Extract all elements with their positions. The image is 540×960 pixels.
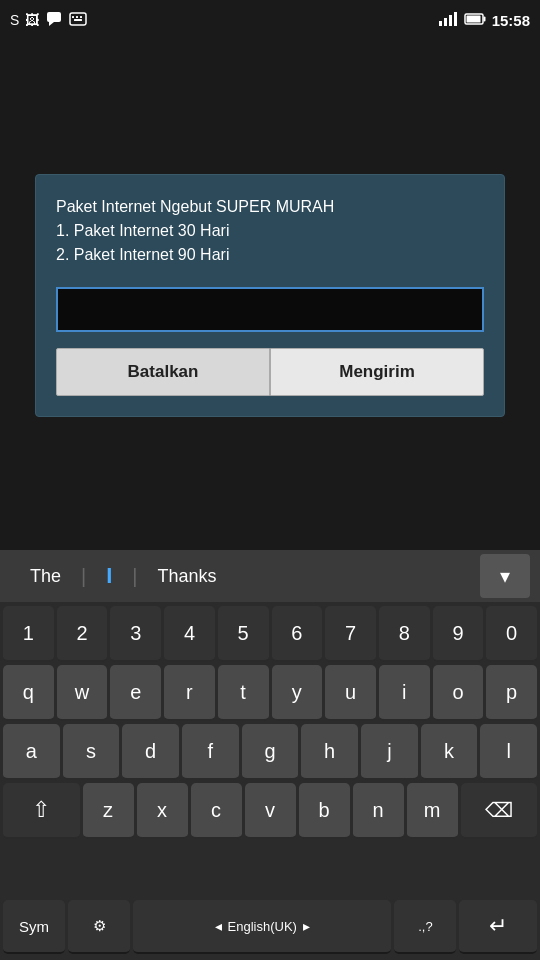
key-r[interactable]: r	[164, 665, 215, 721]
key-6[interactable]: 6	[272, 606, 323, 662]
key-q[interactable]: q	[3, 665, 54, 721]
shift-key[interactable]: ⇧	[3, 783, 80, 839]
key-l[interactable]: l	[480, 724, 537, 780]
s-icon: S	[10, 12, 19, 28]
svg-rect-5	[80, 16, 82, 18]
svg-rect-6	[74, 19, 82, 21]
key-y[interactable]: y	[272, 665, 323, 721]
svg-rect-10	[454, 12, 457, 26]
number-row: 1 2 3 4 5 6 7 8 9 0	[3, 606, 537, 662]
key-8[interactable]: 8	[379, 606, 430, 662]
status-right: 15:58	[438, 11, 530, 30]
dialog-buttons: Batalkan Mengirim	[56, 348, 484, 396]
dialog-input[interactable]	[56, 287, 484, 332]
key-s[interactable]: s	[63, 724, 120, 780]
gallery-icon: 🖼	[25, 12, 39, 28]
svg-rect-12	[483, 16, 485, 21]
svg-marker-1	[49, 22, 54, 26]
key-i[interactable]: i	[379, 665, 430, 721]
suggestion-1[interactable]: The	[10, 566, 81, 587]
key-g[interactable]: g	[242, 724, 299, 780]
lang-right-arrow: ▸	[303, 918, 310, 934]
key-u[interactable]: u	[325, 665, 376, 721]
sym-key[interactable]: Sym	[3, 900, 65, 954]
bbm-icon	[45, 10, 63, 31]
status-icons-left: S 🖼	[10, 10, 87, 31]
main-area: Paket Internet Ngebut SUPER MURAH 1. Pak…	[0, 40, 540, 550]
key-7[interactable]: 7	[325, 606, 376, 662]
key-j[interactable]: j	[361, 724, 418, 780]
key-1[interactable]: 1	[3, 606, 54, 662]
dialog-message: Paket Internet Ngebut SUPER MURAH 1. Pak…	[56, 195, 484, 267]
key-4[interactable]: 4	[164, 606, 215, 662]
svg-rect-9	[449, 15, 452, 26]
suggestions-bar: The | I | Thanks ▾	[0, 550, 540, 602]
key-b[interactable]: b	[299, 783, 350, 839]
batalkan-button[interactable]: Batalkan	[56, 348, 270, 396]
key-a[interactable]: a	[3, 724, 60, 780]
asdf-row: a s d f g h j k l	[3, 724, 537, 780]
key-2[interactable]: 2	[57, 606, 108, 662]
svg-rect-0	[47, 12, 61, 22]
chevron-down-icon: ▾	[500, 564, 510, 588]
language-label: English(UK)	[228, 919, 297, 934]
settings-key[interactable]: ⚙	[68, 900, 130, 954]
svg-rect-7	[439, 21, 442, 26]
key-p[interactable]: p	[486, 665, 537, 721]
key-m[interactable]: m	[407, 783, 458, 839]
suggestions-list: The | I | Thanks	[10, 563, 480, 589]
key-3[interactable]: 3	[110, 606, 161, 662]
language-key[interactable]: ◂ English(UK) ▸	[133, 900, 391, 954]
svg-rect-4	[76, 16, 78, 18]
signal-icon	[438, 11, 458, 30]
suggestion-2[interactable]: I	[86, 563, 132, 589]
expand-suggestions-button[interactable]: ▾	[480, 554, 530, 598]
keyboard-icon	[69, 12, 87, 29]
keyboard-rows: 1 2 3 4 5 6 7 8 9 0 q w e r t y u i o p …	[0, 602, 540, 898]
key-h[interactable]: h	[301, 724, 358, 780]
svg-rect-3	[72, 16, 74, 18]
gear-icon: ⚙	[93, 917, 106, 935]
key-0[interactable]: 0	[486, 606, 537, 662]
mengirim-button[interactable]: Mengirim	[270, 348, 484, 396]
dialog: Paket Internet Ngebut SUPER MURAH 1. Pak…	[35, 174, 505, 417]
key-c[interactable]: c	[191, 783, 242, 839]
battery-icon	[464, 12, 486, 29]
key-e[interactable]: e	[110, 665, 161, 721]
enter-key[interactable]: ↵	[459, 900, 537, 954]
key-o[interactable]: o	[433, 665, 484, 721]
zxcv-row: ⇧ z x c v b n m ⌫	[3, 783, 537, 839]
suggestion-3[interactable]: Thanks	[138, 566, 237, 587]
key-x[interactable]: x	[137, 783, 188, 839]
status-bar: S 🖼 15:58	[0, 0, 540, 40]
key-w[interactable]: w	[57, 665, 108, 721]
svg-rect-13	[466, 15, 480, 22]
qwerty-row: q w e r t y u i o p	[3, 665, 537, 721]
key-z[interactable]: z	[83, 783, 134, 839]
time-display: 15:58	[492, 12, 530, 29]
key-n[interactable]: n	[353, 783, 404, 839]
key-9[interactable]: 9	[433, 606, 484, 662]
key-f[interactable]: f	[182, 724, 239, 780]
backspace-key[interactable]: ⌫	[461, 783, 538, 839]
svg-rect-8	[444, 18, 447, 26]
punct-key[interactable]: .,?	[394, 900, 456, 954]
bottom-bar: Sym ⚙ ◂ English(UK) ▸ .,? ↵	[0, 898, 540, 960]
lang-left-arrow: ◂	[215, 918, 222, 934]
key-d[interactable]: d	[122, 724, 179, 780]
keyboard-area: The | I | Thanks ▾ 1 2 3 4 5 6 7 8 9 0 q…	[0, 550, 540, 960]
key-v[interactable]: v	[245, 783, 296, 839]
key-t[interactable]: t	[218, 665, 269, 721]
key-5[interactable]: 5	[218, 606, 269, 662]
key-k[interactable]: k	[421, 724, 478, 780]
